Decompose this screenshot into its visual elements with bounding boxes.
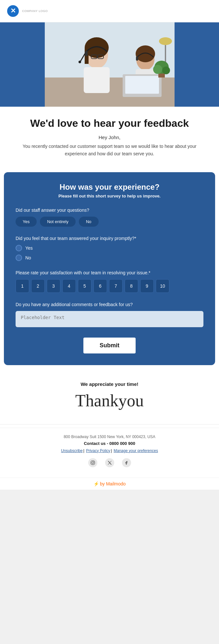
q2-no-radio-circle [16,255,22,261]
facebook-icon[interactable] [122,458,131,467]
question-1-options: Yes Not entirely No [16,217,203,227]
svg-point-28 [93,461,94,462]
hero-image [45,22,175,107]
q2-yes-radio-circle [16,245,22,251]
rating-10[interactable]: 10 [156,279,169,293]
q1-no-button[interactable]: No [79,217,99,227]
question-4-block: Do you have any additional comments or f… [16,302,203,328]
svg-point-21 [159,37,172,45]
question-4-label: Do you have any additional comments or f… [16,302,203,307]
q1-not-entirely-button[interactable]: Not entirely [40,217,76,227]
footer-address: 800 Broadway Suit 1500 New York, NY 0004… [19,435,200,439]
company-logo-icon: ✕ [6,5,19,18]
privacy-policy-link[interactable]: Privacy Policy [86,448,110,453]
rating-4[interactable]: 4 [62,279,76,293]
intro-greeting: Hey John, [19,135,200,140]
q2-no-label: No [25,255,31,260]
svg-rect-17 [136,56,138,61]
svg-rect-9 [85,51,88,56]
manage-preferences-link[interactable]: Manage your preferences [114,448,158,453]
feedback-textarea[interactable] [16,311,203,327]
mailmodo-bar: ⚡ by Mailmodo [0,478,219,490]
svg-text:✕: ✕ [10,7,16,14]
question-2-label: Did you feel that our team answered your… [16,236,203,241]
logo-text: COMPANY LOGO [22,9,48,13]
divider-1 [0,424,219,424]
intro-headline: We'd love to hear your feedback [19,117,200,129]
rating-scale: 1 2 3 4 5 6 7 8 9 10 [16,279,203,293]
footer-links: Unsubscribe| Privacy Policy| Manage your… [19,448,200,453]
footer-contact: Contact us - 0800 000 900 [19,441,200,446]
svg-point-25 [162,66,170,74]
submit-button[interactable]: Submit [83,338,136,353]
rating-2[interactable]: 2 [31,279,45,293]
q2-yes-radio[interactable]: Yes [16,245,203,251]
rating-1[interactable]: 1 [16,279,29,293]
footer-section: 800 Broadway Suit 1500 New York, NY 0004… [0,428,219,478]
svg-rect-26 [91,461,95,465]
svg-point-24 [153,65,162,74]
svg-rect-8 [84,67,110,93]
email-wrapper: ✕ COMPANY LOGO [0,0,219,490]
rating-8[interactable]: 8 [125,279,138,293]
survey-title: How was your experience? [16,183,203,192]
unsubscribe-link[interactable]: Unsubscribe [61,448,83,453]
social-icons [19,458,200,467]
hero-section [0,22,219,107]
question-2-block: Did you feel that our team answered your… [16,236,203,261]
svg-point-13 [79,61,81,63]
rating-7[interactable]: 7 [109,279,123,293]
question-1-label: Did our staff answer your questions? [16,208,203,213]
instagram-icon[interactable] [88,458,97,467]
survey-section: How was your experience? Please fill out… [4,172,215,365]
header: ✕ COMPANY LOGO [0,0,219,22]
q1-yes-button[interactable]: Yes [16,217,37,227]
question-1-block: Did our staff answer your questions? Yes… [16,208,203,227]
q2-yes-label: Yes [25,245,33,251]
svg-point-27 [92,462,94,464]
logo-area: ✕ COMPANY LOGO [6,5,213,18]
svg-point-15 [136,45,155,62]
thankyou-script-text: Thankyou [19,391,200,411]
question-2-options: Yes No [16,245,203,261]
svg-rect-19 [125,76,159,94]
intro-section: We'd love to hear your feedback Hey John… [0,107,219,169]
thankyou-section: We appreciate your time! Thankyou [0,372,219,421]
twitter-icon[interactable] [105,458,114,467]
question-3-block: Please rate your satisfaction with our t… [16,270,203,293]
mailmodo-label: by Mailmodo [100,481,126,486]
rating-9[interactable]: 9 [140,279,154,293]
rating-6[interactable]: 6 [93,279,107,293]
appreciate-text: We appreciate your time! [19,381,200,387]
intro-body: You recently contacted our customer supp… [19,143,200,157]
question-3-label: Please rate your satisfaction with our t… [16,270,203,275]
q2-no-radio[interactable]: No [16,255,203,261]
rating-5[interactable]: 5 [78,279,91,293]
rating-3[interactable]: 3 [47,279,60,293]
mailmodo-lightning-icon: ⚡ [93,481,99,486]
submit-area: Submit [16,338,203,353]
survey-subtitle: Please fill out this short survey to hel… [16,194,203,198]
